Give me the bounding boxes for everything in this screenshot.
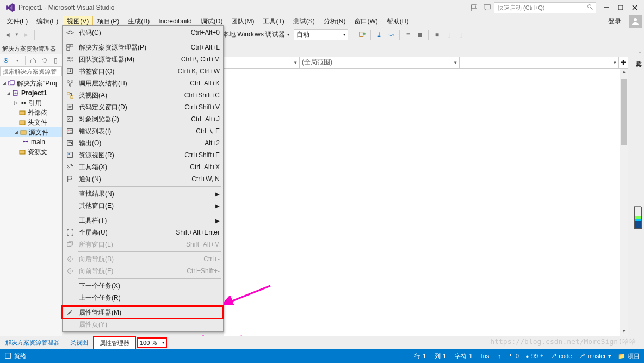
menu-next-task[interactable]: 下一个任务(X) bbox=[63, 280, 223, 292]
uncomment-icon[interactable]: ≣ bbox=[414, 29, 425, 40]
status-publish-icon[interactable]: ↑ bbox=[498, 353, 501, 359]
tree-main[interactable]: ++main bbox=[0, 137, 62, 147]
menu-other-windows[interactable]: 其他窗口(E)▶ bbox=[63, 200, 223, 212]
menu-window[interactable]: 窗口(W) bbox=[350, 16, 382, 27]
editor-scope-left[interactable]: ▾ bbox=[224, 57, 300, 68]
step-into-icon[interactable]: ⤓ bbox=[374, 29, 385, 40]
menu-code-def[interactable]: 代码定义窗口(D)Ctrl+Shift+V bbox=[63, 101, 223, 113]
tree-solution-node[interactable]: ◢解决方案"Proj bbox=[0, 78, 62, 88]
status-warnings[interactable]: ⬥ 99+ bbox=[525, 353, 543, 359]
tree-headers[interactable]: 头文件 bbox=[0, 118, 62, 127]
view-menu-dropdown: <>代码(C)Ctrl+Alt+0 解决方案资源管理器(P)Ctrl+Alt+L… bbox=[62, 25, 224, 332]
menu-help[interactable]: 帮助(H) bbox=[382, 16, 413, 27]
menu-code[interactable]: <>代码(C)Ctrl+Alt+0 bbox=[63, 27, 223, 39]
house-icon[interactable] bbox=[28, 55, 39, 66]
minimize-button[interactable] bbox=[599, 2, 614, 13]
editor-scrollbar[interactable]: ▴ ▾ bbox=[620, 69, 628, 336]
menu-resource-view[interactable]: 资源视图(R)Ctrl+Shift+E bbox=[63, 149, 223, 161]
search-icon bbox=[587, 4, 593, 12]
menu-fullscreen[interactable]: 全屏幕(U)Shift+Alt+Enter bbox=[63, 226, 223, 238]
user-avatar-icon[interactable] bbox=[629, 15, 642, 28]
notification-flag-icon[interactable] bbox=[470, 3, 479, 12]
start-debug-button[interactable]: ▶ 本地 Windows 调试器 ▾ bbox=[212, 29, 293, 40]
login-link[interactable]: 登录 bbox=[604, 16, 626, 27]
menu-error-list[interactable]: 错误列表(I)Ctrl+\, E bbox=[63, 125, 223, 137]
output-icon bbox=[66, 139, 75, 147]
menu-prev-task[interactable]: 上一个任务(R) bbox=[63, 292, 223, 304]
maximize-button[interactable] bbox=[614, 2, 628, 13]
config-select[interactable]: 自动▾ bbox=[294, 29, 348, 40]
svg-rect-4 bbox=[618, 5, 623, 10]
new-file-icon[interactable] bbox=[357, 29, 368, 40]
solution-icon bbox=[66, 43, 75, 52]
menu-team[interactable]: 团队(M) bbox=[227, 16, 258, 27]
solution-search-input[interactable] bbox=[0, 66, 62, 76]
solution-search[interactable] bbox=[0, 66, 62, 78]
solution-explorer-title: 解决方案资源管理器 bbox=[0, 42, 62, 54]
tab-solution-explorer[interactable]: 解决方案资源管理器 bbox=[0, 337, 65, 348]
menu-team-explorer[interactable]: 团队资源管理器(M)Ctrl+\, Ctrl+M bbox=[63, 53, 223, 65]
nav-forward-icon[interactable]: ► bbox=[21, 29, 32, 40]
menu-notifications[interactable]: 通知(N)Ctrl+W, N bbox=[63, 173, 223, 185]
chevron-down-icon[interactable]: ▼ bbox=[14, 29, 20, 40]
toolbox-tab[interactable]: 工具箱 bbox=[634, 53, 644, 60]
collapse-icon[interactable]: ▾ bbox=[13, 55, 23, 66]
code-icon: <> bbox=[66, 28, 75, 37]
feedback-icon[interactable] bbox=[483, 3, 492, 12]
scroll-up-icon[interactable]: ▴ bbox=[620, 69, 628, 76]
tree-references[interactable]: ▷▪▪引用 bbox=[0, 98, 62, 108]
debug-target-label: 本地 Windows 调试器 bbox=[222, 30, 285, 39]
quick-launch-box[interactable] bbox=[494, 2, 596, 13]
tab-property-manager[interactable]: 属性管理器 bbox=[94, 337, 135, 349]
menu-class-view[interactable]: 类视图(A)Ctrl+Shift+C bbox=[63, 89, 223, 101]
editor-area[interactable]: ▴ ▾ bbox=[224, 69, 628, 336]
menu-tools[interactable]: 工具(T) bbox=[258, 16, 288, 27]
menu-test[interactable]: 测试(S) bbox=[289, 16, 319, 27]
toolbox-icon bbox=[66, 163, 75, 171]
home-icon[interactable] bbox=[1, 55, 11, 66]
quick-launch-input[interactable] bbox=[497, 4, 587, 11]
status-errors[interactable]: 0 bbox=[507, 353, 519, 359]
editor-scope-mid[interactable]: (全局范围)▾ bbox=[300, 57, 460, 68]
step-over-icon[interactable]: ⤻ bbox=[386, 29, 397, 40]
menu-solution-explorer[interactable]: 解决方案资源管理器(P)Ctrl+Alt+L bbox=[63, 41, 223, 53]
pin-icon[interactable]: ▯ bbox=[443, 29, 454, 40]
more-icon[interactable]: ▯ bbox=[455, 29, 466, 40]
svg-rect-20 bbox=[67, 48, 70, 50]
scroll-thumb[interactable] bbox=[621, 79, 627, 145]
refresh-icon[interactable] bbox=[40, 55, 50, 66]
tree-resources[interactable]: 资源文 bbox=[0, 147, 62, 157]
svg-rect-39 bbox=[67, 243, 71, 247]
editor-scope-right[interactable]: ▾ bbox=[460, 57, 620, 68]
menu-property-page: 属性页(Y) bbox=[63, 318, 223, 330]
menu-analyze[interactable]: 分析(N) bbox=[319, 16, 350, 27]
menu-output[interactable]: 输出(O)Alt+2 bbox=[63, 137, 223, 149]
tree-project-node[interactable]: ◢++Project1 bbox=[0, 88, 62, 98]
menu-file[interactable]: 文件(F) bbox=[2, 16, 32, 27]
server-explorer-tab[interactable]: 服务器资源管理器 bbox=[634, 45, 644, 51]
menu-object-browser[interactable]: 对象浏览器(J)Ctrl+Alt+J bbox=[63, 113, 223, 125]
menu-find-results[interactable]: 查找结果(N)▶ bbox=[63, 188, 223, 200]
comment-icon[interactable]: ≡ bbox=[403, 29, 413, 40]
menu-toolbox[interactable]: 工具箱(X)Ctrl+Alt+X bbox=[63, 161, 223, 173]
bookmark-icon[interactable]: ■ bbox=[431, 29, 442, 40]
tree-external[interactable]: 外部依 bbox=[0, 108, 62, 118]
scroll-down-icon[interactable]: ▾ bbox=[620, 328, 628, 336]
menu-edit[interactable]: 编辑(E) bbox=[32, 16, 63, 27]
tree-sources[interactable]: ◢源文件 bbox=[0, 127, 62, 137]
show-all-icon[interactable]: ▯ bbox=[51, 55, 61, 66]
status-source-control[interactable]: ⎇ code bbox=[550, 353, 572, 360]
svg-rect-29 bbox=[67, 104, 73, 110]
status-repo[interactable]: 📁 项目 bbox=[618, 352, 640, 360]
close-button[interactable] bbox=[628, 2, 642, 13]
menu-bookmarks[interactable]: 书签窗口(Q)Ctrl+K, Ctrl+W bbox=[63, 65, 223, 77]
svg-point-31 bbox=[69, 118, 71, 120]
menu-call-hierarchy[interactable]: 调用层次结构(H)Ctrl+Alt+K bbox=[63, 77, 223, 89]
status-branch[interactable]: ⎇ master ▾ bbox=[578, 353, 611, 360]
tab-class-view[interactable]: 类视图 bbox=[65, 337, 94, 348]
nav-back-icon[interactable]: ◄ bbox=[2, 29, 13, 40]
zoom-select[interactable]: 100 %▾ bbox=[138, 338, 166, 348]
menu-property-manager[interactable]: 属性管理器(M) bbox=[63, 306, 223, 318]
menu-toolbars[interactable]: 工具栏(T)▶ bbox=[63, 214, 223, 226]
solution-tree: ◢解决方案"Proj ◢++Project1 ▷▪▪引用 外部依 头文件 ◢源文… bbox=[0, 78, 62, 349]
